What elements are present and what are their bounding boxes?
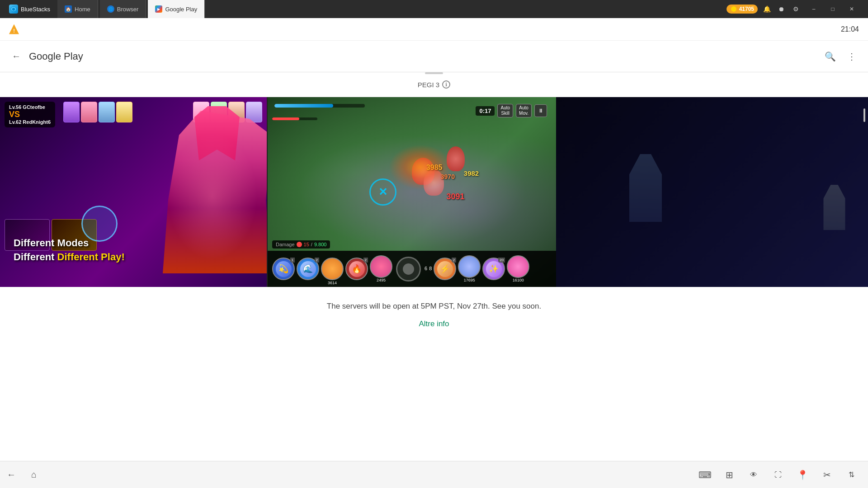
vs-panel: Lv.56 GCteofbe VS Lv.62 RedKnight6 [5, 102, 55, 127]
nav-back-button[interactable]: ← [0, 466, 23, 484]
scroll-indicator [425, 72, 443, 74]
dmg-number-4: 3982 [464, 169, 479, 177]
tab-gplay-icon: ▶ [155, 5, 162, 13]
hp-bar-enemy [272, 117, 317, 120]
header-actions: 🔍 ⋮ [821, 47, 861, 66]
damage-icon [297, 242, 302, 247]
battle-ui-top: 0:17 AutoSkill AutoMov. ⏸ [476, 104, 547, 117]
skill-slot-2[interactable]: 🌊 2 [297, 258, 319, 280]
location-button[interactable]: 📍 [791, 466, 814, 484]
bluestacks-label: BlueStacks [21, 6, 50, 13]
joystick-inner [403, 263, 414, 275]
coin-icon [730, 5, 737, 13]
auto-move-btn[interactable]: AutoMov. [516, 104, 532, 117]
char-stat-label-2: 2495 [377, 278, 386, 283]
more-info-link[interactable]: Altre info [9, 319, 859, 328]
auto-skill-btn[interactable]: AutoSkill [497, 104, 513, 117]
battle-bottom-ui: 💫 1 🌊 2 3614 [268, 251, 556, 287]
gplay-header: ← Google Play 🔍 ⋮ [0, 41, 868, 72]
damage-slash: / [311, 242, 312, 247]
skill-num-4: 2 [452, 258, 456, 263]
partial-char [618, 154, 673, 222]
more-button[interactable]: ⋮ [843, 47, 861, 66]
explosion-effect [389, 145, 452, 190]
nav-home-button[interactable]: ⌂ [23, 466, 45, 484]
coin-count: 41705 [739, 6, 754, 12]
char-stat-label-4: 8 [429, 266, 432, 272]
game-ss-3-bg [556, 97, 868, 287]
skill-slot-5[interactable]: ✨ 20 [482, 258, 505, 280]
notification-icon[interactable]: 🔔 [761, 4, 772, 14]
skill-num-1: 1 [290, 258, 295, 263]
tab-gplay[interactable]: ▶ Google Play [148, 0, 205, 18]
settings-icon[interactable]: ⚙ [790, 4, 801, 14]
description-area: The servers will be open at 5PM PST, Nov… [0, 287, 868, 338]
joystick[interactable] [396, 257, 421, 282]
scroll-button[interactable]: ⇅ [840, 466, 863, 484]
char-stat-label-3: 6 [425, 266, 427, 272]
tab-home-label: Home [75, 6, 90, 13]
view-button[interactable]: 👁 [742, 466, 765, 484]
char-portrait-2 [370, 255, 392, 278]
warning-icon: ! [9, 24, 19, 34]
screenshot-gallery: Lv.56 GCteofbe VS Lv.62 RedKnight6 [0, 97, 868, 287]
damage-current: 15 [304, 242, 309, 247]
page-title: Google Play [29, 51, 821, 62]
search-button[interactable]: 🔍 [821, 47, 839, 66]
game-tagline: Different Modes Different Different Play… [14, 236, 125, 264]
bluestacks-icon [9, 5, 18, 14]
char-portrait-slot-4: 16100 [507, 255, 529, 283]
tagline-line2: Different Different Play! [14, 250, 125, 264]
hp-fill-player [274, 104, 333, 108]
skill-slot-4[interactable]: ⚡ 2 [434, 258, 456, 280]
coin-badge: 41705 [726, 5, 758, 14]
char-portrait-slot-3: 17695 [458, 255, 481, 283]
pause-btn[interactable]: ⏸ [534, 104, 547, 117]
char-grid-left [63, 102, 132, 122]
skill-slot-3[interactable]: 🔥 2 [345, 258, 368, 280]
screenshot-3[interactable] [556, 97, 868, 287]
title-bar-left: BlueStacks 🏠 Home 🌐 Browser ▶ Google Pla… [4, 0, 726, 18]
char-stat-label-5: 17695 [464, 278, 475, 283]
skill-slot-1[interactable]: 💫 1 [272, 258, 295, 280]
maximize-button[interactable]: □ [824, 2, 842, 16]
char-stat-slot-2: 2495 [370, 255, 392, 283]
screenshot-1[interactable]: Lv.56 GCteofbe VS Lv.62 RedKnight6 [0, 97, 267, 287]
display-button[interactable]: ⊞ [718, 466, 741, 484]
tab-browser[interactable]: 🌐 Browser [100, 0, 146, 18]
record-icon[interactable]: ⏺ [776, 4, 787, 14]
target-x-icon: ✕ [378, 186, 387, 198]
tab-browser-label: Browser [117, 6, 139, 13]
tab-gplay-label: Google Play [165, 6, 197, 13]
char-stat-1: 3614 [321, 281, 344, 286]
skill-num-3: 2 [363, 258, 368, 263]
tab-home[interactable]: 🏠 Home [57, 0, 98, 18]
char-stat-label-6: 16100 [513, 278, 524, 283]
keyboard-button[interactable]: ⌨ [693, 466, 716, 484]
damage-label: Damage [276, 242, 295, 247]
title-bar: BlueStacks 🏠 Home 🌐 Browser ▶ Google Pla… [0, 0, 868, 18]
warning-bar: ! 21:04 [0, 18, 868, 41]
description-text: The servers will be open at 5PM PST, Nov… [9, 300, 859, 312]
char-portrait-3 [458, 255, 481, 278]
hp-bar-player [274, 104, 365, 108]
back-button[interactable]: ← [7, 47, 25, 66]
hp-fill-enemy [272, 117, 299, 120]
scissors-button[interactable]: ✂ [816, 466, 838, 484]
char-portrait-slot-1: 3614 [321, 258, 344, 280]
minimize-button[interactable]: – [805, 2, 823, 16]
screenshot-2[interactable]: 0:17 AutoSkill AutoMov. ⏸ 3985 3970 3091… [267, 97, 556, 287]
window-controls: – □ ✕ [805, 2, 861, 16]
bottom-nav: ← ⌂ ⌨ ⊞ 👁 ⛶ 📍 ✂ ⇅ [0, 461, 868, 488]
skill-num-2: 2 [315, 258, 319, 263]
pegi-info-icon[interactable]: ℹ [442, 80, 450, 89]
char-portrait-1 [321, 258, 344, 280]
partial-char-2 [816, 185, 853, 230]
char-stat-label-1: 3614 [321, 281, 344, 286]
close-button[interactable]: ✕ [843, 2, 861, 16]
main-character [140, 97, 267, 287]
time-display: 21:04 [841, 18, 859, 41]
fullscreen-button[interactable]: ⛶ [767, 466, 789, 484]
bluestacks-logo: BlueStacks [4, 5, 56, 14]
pegi-label: PEGI 3 [418, 81, 439, 89]
